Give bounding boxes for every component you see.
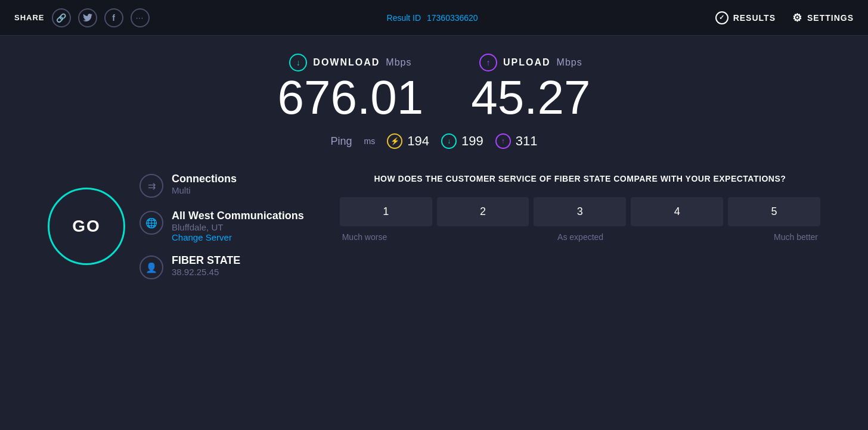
rating-buttons: 12345 — [340, 197, 820, 226]
user-icon: 👤 — [140, 255, 163, 279]
download-value: 676.01 — [278, 74, 424, 121]
results-label: RESULTS — [733, 13, 776, 23]
user-ip: 38.92.25.45 — [172, 267, 240, 277]
settings-label: SETTINGS — [807, 13, 854, 23]
change-server-link[interactable]: Change Server — [172, 232, 304, 242]
download-icon: ↓ — [289, 54, 307, 71]
settings-button[interactable]: ⚙ SETTINGS — [792, 11, 854, 24]
user-label: FIBER STATE — [172, 254, 240, 267]
gear-icon: ⚙ — [792, 11, 802, 24]
upload-title: UPLOAD — [503, 57, 551, 68]
connections-icon: ⇉ — [140, 174, 163, 198]
survey-question: HOW DOES THE CUSTOMER SERVICE OF FIBER S… — [340, 173, 820, 185]
label-as-expected: As expected — [557, 232, 603, 242]
label-much-better: Much better — [774, 232, 818, 242]
isp-content: All West Communications Bluffdale, UT Ch… — [172, 210, 304, 242]
ping-ul-value: 311 — [516, 133, 538, 149]
rating-btn-3[interactable]: 3 — [534, 197, 626, 226]
download-title: DOWNLOAD — [313, 57, 380, 68]
header-left: SHARE 🔗 f ··· — [14, 8, 150, 27]
info-list: ⇉ Connections Multi 🌐 All West Communica… — [140, 173, 304, 279]
ping-ul-icon: ↑ — [495, 133, 511, 149]
ping-download: ↓ 199 — [441, 133, 483, 149]
connections-item: ⇉ Connections Multi — [140, 173, 304, 198]
connections-title: Connections — [172, 173, 237, 185]
bottom-section: GO ⇉ Connections Multi 🌐 All West Commun… — [0, 173, 868, 279]
header: SHARE 🔗 f ··· Result ID 17360336620 ✓ RE… — [0, 0, 868, 36]
isp-item: 🌐 All West Communications Bluffdale, UT … — [140, 210, 304, 242]
user-content: FIBER STATE 38.92.25.45 — [172, 254, 240, 277]
rating-btn-4[interactable]: 4 — [631, 197, 723, 226]
result-id-section: Result ID 17360336620 — [387, 13, 478, 23]
main-content: ↓ DOWNLOAD Mbps 676.01 ↑ UPLOAD Mbps 45.… — [0, 36, 868, 279]
share-label: SHARE — [14, 13, 45, 22]
facebook-icon[interactable]: f — [104, 8, 123, 27]
ping-dl-icon: ↓ — [441, 133, 457, 149]
upload-block: ↑ UPLOAD Mbps 45.27 — [471, 54, 590, 121]
upload-icon: ↑ — [479, 54, 497, 71]
connections-content: Connections Multi — [172, 173, 237, 195]
ping-upload: ↑ 311 — [495, 133, 538, 149]
survey-panel: HOW DOES THE CUSTOMER SERVICE OF FIBER S… — [340, 173, 820, 242]
header-right: ✓ RESULTS ⚙ SETTINGS — [715, 11, 854, 24]
results-button[interactable]: ✓ RESULTS — [715, 11, 776, 24]
jitter-icon: ⚡ — [387, 133, 402, 149]
download-unit: Mbps — [386, 57, 411, 68]
globe-icon: 🌐 — [140, 211, 163, 235]
rating-btn-2[interactable]: 2 — [437, 197, 529, 226]
download-label-row: ↓ DOWNLOAD Mbps — [278, 54, 424, 71]
twitter-icon[interactable] — [78, 8, 97, 27]
connections-value: Multi — [172, 185, 237, 195]
label-much-worse: Much worse — [342, 232, 387, 242]
result-id-value[interactable]: 17360336620 — [427, 13, 478, 23]
speed-section: ↓ DOWNLOAD Mbps 676.01 ↑ UPLOAD Mbps 45.… — [278, 54, 591, 121]
download-block: ↓ DOWNLOAD Mbps 676.01 — [278, 54, 424, 121]
link-icon[interactable]: 🔗 — [52, 8, 71, 27]
ping-dl-value: 199 — [461, 133, 483, 149]
ping-jitter: ⚡ 194 — [387, 133, 429, 149]
more-icon[interactable]: ··· — [131, 8, 150, 27]
upload-label-row: ↑ UPLOAD Mbps — [471, 54, 590, 71]
result-id-label: Result ID — [387, 13, 421, 23]
user-item: 👤 FIBER STATE 38.92.25.45 — [140, 254, 304, 279]
rating-btn-1[interactable]: 1 — [340, 197, 432, 226]
left-panel: GO ⇉ Connections Multi 🌐 All West Commun… — [48, 173, 304, 279]
rating-labels: Much worse As expected Much better — [340, 232, 820, 242]
upload-value: 45.27 — [471, 74, 590, 121]
ping-label: Ping — [331, 135, 352, 148]
isp-location: Bluffdale, UT — [172, 222, 304, 232]
go-button[interactable]: GO — [48, 188, 125, 265]
ping-section: Ping ms ⚡ 194 ↓ 199 ↑ 311 — [331, 133, 538, 149]
upload-unit: Mbps — [557, 57, 582, 68]
isp-name: All West Communications — [172, 210, 304, 222]
jitter-value: 194 — [407, 133, 429, 149]
rating-btn-5[interactable]: 5 — [728, 197, 820, 226]
results-icon: ✓ — [715, 11, 728, 24]
ping-unit: ms — [364, 136, 376, 146]
